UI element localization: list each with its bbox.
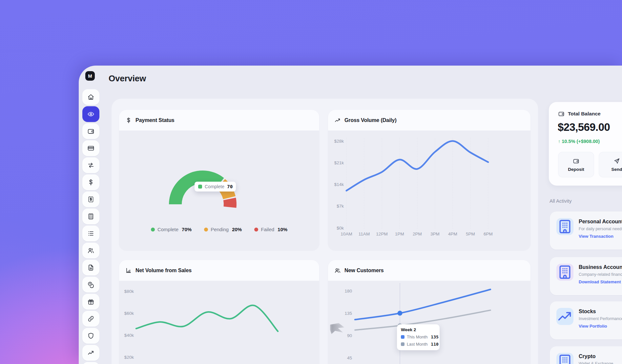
sidebar-item-list[interactable] bbox=[82, 226, 99, 241]
activity-icon-tile bbox=[556, 264, 573, 281]
tooltip-title: Week 2 bbox=[401, 327, 436, 332]
wallet-icon-wrap bbox=[87, 128, 94, 135]
sidebar-item-shield[interactable] bbox=[82, 328, 99, 344]
sidebar-item-wallet[interactable] bbox=[82, 123, 99, 139]
payment-status-card: Payment Status Complete 70 Complete70%Pe… bbox=[119, 110, 319, 250]
new-customers-header: New Customers bbox=[328, 260, 530, 281]
this-month-marker bbox=[398, 311, 403, 316]
activity-subtitle: Company-related finances bbox=[579, 272, 622, 277]
card-title: Net Volume from Sales bbox=[135, 268, 192, 273]
balance-actions: Deposit Send bbox=[558, 152, 622, 177]
series-value: 110 bbox=[431, 342, 438, 347]
list-icon bbox=[87, 230, 94, 237]
sidebar-item-dollar[interactable] bbox=[82, 174, 99, 190]
y-tick-label: $7k bbox=[337, 204, 344, 209]
y-tick-label: $40k bbox=[124, 333, 134, 338]
activity-card-stocks[interactable]: StocksInvestment PerformanceView Portfol… bbox=[550, 301, 622, 339]
wallet-icon bbox=[573, 158, 579, 164]
net-volume-card: Net Volume from Sales $80k$60k$40k$20k bbox=[119, 260, 319, 364]
y-tick-label: 90 bbox=[347, 333, 352, 338]
wallet-icon bbox=[558, 111, 565, 117]
calculator-icon bbox=[87, 213, 94, 220]
legend-label: Pending bbox=[211, 227, 229, 232]
send-button[interactable]: Send bbox=[599, 152, 622, 177]
y-tick-label: $21k bbox=[334, 160, 344, 165]
total-balance-header: Total Balance bbox=[558, 111, 601, 117]
activity-card-business-account[interactable]: Business AccountCompany-related finances… bbox=[550, 257, 622, 295]
gross-volume-header: Gross Volume (Daily) bbox=[328, 110, 530, 131]
shield-icon bbox=[87, 332, 94, 339]
tooltip-value: 70 bbox=[227, 184, 233, 189]
sidebar-item-eye[interactable] bbox=[82, 106, 99, 122]
tooltip-row: This Month135 bbox=[401, 334, 436, 339]
wallet-icon bbox=[558, 111, 565, 117]
dollar-icon bbox=[125, 117, 132, 124]
all-activity-heading: All Activity bbox=[549, 198, 572, 204]
sidebar-item-gift[interactable] bbox=[82, 294, 99, 310]
deposit-button[interactable]: Deposit bbox=[558, 152, 594, 177]
x-tick-label: 1PM bbox=[395, 232, 404, 236]
sidebar-item-users[interactable] bbox=[82, 243, 99, 258]
trending-up-icon bbox=[334, 117, 341, 124]
x-tick-label: 10AM bbox=[341, 232, 352, 236]
users-icon bbox=[334, 267, 341, 274]
dollar-icon bbox=[87, 179, 94, 186]
activity-card-crypto[interactable]: CryptoWallet & Exchange bbox=[550, 346, 622, 364]
legend-dot bbox=[204, 228, 208, 232]
legend-dot bbox=[151, 228, 155, 232]
activity-icon-tile bbox=[556, 308, 573, 325]
legend-value: 10% bbox=[278, 227, 287, 232]
activity-icon-tile bbox=[556, 218, 573, 235]
sidebar-item-transfers[interactable] bbox=[82, 157, 99, 173]
activity-link[interactable]: View Transaction bbox=[579, 234, 613, 239]
sidebar-item-document[interactable] bbox=[82, 260, 99, 275]
activity-icon-tile bbox=[556, 353, 573, 364]
activity-link[interactable]: Download Statement bbox=[579, 279, 621, 284]
calculator-icon-wrap bbox=[87, 213, 94, 220]
shield-icon-wrap bbox=[87, 332, 94, 339]
link-icon-wrap bbox=[87, 315, 94, 322]
activity-subtitle: Investment Performance bbox=[579, 316, 622, 321]
coins-icon bbox=[87, 281, 94, 288]
y-tick-label: $28k bbox=[334, 139, 344, 144]
home-icon bbox=[87, 93, 94, 101]
gift-icon bbox=[87, 298, 94, 305]
legend-value: 20% bbox=[232, 227, 242, 232]
activity-title: Crypto bbox=[579, 354, 596, 359]
sidebar-item-link[interactable] bbox=[82, 311, 99, 327]
sidebar-item-trending-up[interactable] bbox=[82, 345, 99, 361]
tooltip-label: Complete bbox=[205, 184, 224, 189]
building-icon bbox=[556, 264, 573, 281]
sidebar-item-coins[interactable] bbox=[82, 277, 99, 293]
sidebar-item-home[interactable] bbox=[82, 89, 99, 105]
line-series-0 bbox=[346, 141, 488, 191]
dollar-icon-wrap bbox=[87, 179, 94, 186]
sidebar-item-invoice[interactable] bbox=[82, 192, 99, 207]
app-logo: M bbox=[85, 71, 95, 81]
gross-volume-chart[interactable]: $28k$21k$14k$7k$0k10AM11AM12PM1PM2PM3PM4… bbox=[328, 110, 530, 250]
coins-icon-wrap bbox=[87, 281, 94, 288]
line-series-0 bbox=[136, 305, 278, 331]
legend-item-failed: Failed10% bbox=[254, 227, 287, 232]
trending-up-icon bbox=[556, 308, 573, 325]
y-tick-label: $0k bbox=[337, 226, 344, 231]
document-icon-wrap bbox=[87, 264, 94, 271]
gift-icon-wrap bbox=[87, 298, 94, 305]
legend-label: Failed bbox=[261, 227, 274, 232]
transfers-icon-wrap bbox=[87, 162, 94, 169]
users-icon bbox=[87, 247, 94, 254]
y-tick-label: 135 bbox=[344, 311, 352, 316]
deposit-label: Deposit bbox=[568, 167, 584, 172]
sidebar-item-calculator[interactable] bbox=[82, 209, 99, 224]
legend-item-pending: Pending20% bbox=[204, 227, 242, 232]
total-balance-amount: $23,569.00 bbox=[558, 121, 610, 133]
activity-card-personal-account[interactable]: Personal AccountFor daily personal needs… bbox=[550, 212, 622, 250]
eye-icon-wrap bbox=[87, 111, 94, 118]
bar-chart-icon bbox=[125, 267, 132, 274]
activity-subtitle: Wallet & Exchange bbox=[579, 361, 613, 364]
activity-link[interactable]: View Portfolio bbox=[579, 324, 607, 329]
sidebar-item-terminal[interactable] bbox=[82, 362, 99, 364]
total-balance-card: Total Balance $23,569.00 ↑ 10.5% (+$908.… bbox=[549, 102, 622, 186]
sidebar-item-credit-card[interactable] bbox=[82, 140, 99, 156]
trending-up-icon-wrap bbox=[87, 349, 94, 356]
